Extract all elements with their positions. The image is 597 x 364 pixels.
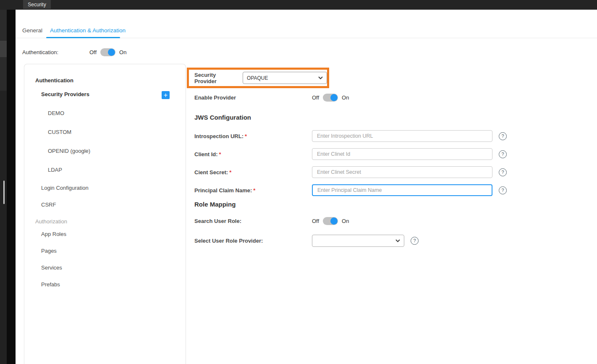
on-label: On: [342, 218, 349, 224]
off-label: Off: [312, 94, 319, 101]
sidebar-item-app-roles[interactable]: App Roles: [41, 231, 66, 237]
client-id-label: Client Id:*: [194, 151, 312, 157]
sidebar-item-provider-ldap[interactable]: LDAP: [48, 167, 62, 173]
introspection-url-input[interactable]: [312, 130, 492, 142]
user-role-provider-select[interactable]: [312, 235, 404, 247]
security-provider-value: OPAQUE: [247, 75, 268, 81]
required-asterisk: *: [245, 133, 247, 139]
rail-segment: [0, 10, 7, 41]
search-user-role-toggle-group: Off On: [312, 217, 349, 225]
top-bar: Security: [0, 0, 597, 10]
introspection-url-row: Introspection URL:* ?: [194, 129, 589, 143]
sidebar-item-prefabs[interactable]: Prefabs: [41, 281, 60, 288]
authentication-toggle[interactable]: [100, 48, 115, 56]
help-icon[interactable]: ?: [499, 132, 507, 140]
plus-icon: +: [164, 92, 168, 99]
principal-claim-name-label: Principal Claim Name:*: [194, 187, 312, 194]
tab-authentication-authorization[interactable]: Authentication & Authorization: [50, 27, 126, 34]
off-label: Off: [89, 49, 97, 55]
security-window-tab-label: Security: [28, 2, 46, 8]
toggle-knob: [108, 49, 115, 56]
select-user-role-provider-row: Select User Role Provider: ?: [194, 233, 589, 248]
sidebar-item-services[interactable]: Services: [41, 264, 62, 271]
sidebar-item-provider-demo[interactable]: DEMO: [48, 110, 64, 116]
sidebar-section-authentication[interactable]: Authentication: [35, 77, 73, 84]
security-settings-screen: Security General Authentication & Author…: [0, 0, 597, 364]
security-window-tab[interactable]: Security: [23, 0, 51, 9]
rail-active-segment: [0, 41, 7, 57]
select-user-role-provider-label: Select User Role Provider:: [194, 238, 312, 244]
client-secret-input[interactable]: [312, 166, 492, 178]
client-secret-label: Cient Secret:*: [194, 169, 312, 175]
help-icon[interactable]: ?: [499, 150, 507, 158]
toggle-knob: [330, 94, 338, 101]
introspection-url-label: Introspection URL:*: [194, 133, 312, 139]
tab-general[interactable]: General: [22, 27, 42, 34]
help-icon[interactable]: ?: [411, 237, 419, 245]
sidebar-item-csrf[interactable]: CSRF: [41, 202, 56, 208]
enable-provider-toggle-group: Off On: [312, 94, 349, 102]
help-icon[interactable]: ?: [499, 168, 507, 176]
on-label: On: [342, 94, 349, 101]
rail-scroll-handle[interactable]: [3, 181, 5, 204]
help-icon[interactable]: ?: [499, 186, 507, 194]
off-label: Off: [312, 218, 319, 224]
jws-configuration-heading: JWS Configuration: [194, 114, 251, 121]
principal-claim-name-input[interactable]: [312, 184, 492, 196]
collapsed-left-nav-rail[interactable]: [0, 0, 7, 364]
active-tab-underline: [46, 37, 120, 38]
settings-tabs: General Authentication & Authorization: [16, 10, 597, 38]
client-id-row: Client Id:* ?: [194, 147, 589, 161]
sidebar-section-authorization: Authorization: [35, 218, 67, 225]
client-id-input[interactable]: [312, 148, 492, 160]
sidebar-item-provider-openid[interactable]: OPENID (google): [48, 148, 90, 154]
search-user-role-toggle[interactable]: [323, 217, 338, 225]
required-asterisk: *: [229, 169, 231, 175]
enable-provider-toggle[interactable]: [323, 94, 338, 102]
chevron-down-icon: [395, 239, 400, 242]
authentication-toggle-group: Off On: [89, 48, 126, 56]
security-provider-label: Security Provider: [194, 72, 238, 84]
tutorial-highlight-box: Security Provider OPAQUE: [187, 68, 329, 88]
sidebar-item-pages[interactable]: Pages: [41, 248, 57, 254]
chevron-down-icon: [318, 76, 323, 79]
on-label: On: [119, 49, 126, 55]
authentication-label: Authentication:: [22, 49, 58, 55]
search-user-role-label: Search User Role:: [194, 218, 312, 224]
sidebar-item-login-configuration[interactable]: Login Configuration: [41, 185, 89, 191]
search-user-role-row: Search User Role: Off On: [194, 214, 589, 228]
client-secret-row: Cient Secret:* ?: [194, 165, 589, 179]
required-asterisk: *: [253, 187, 255, 194]
security-nav-panel: Authentication Security Providers + DEMO…: [24, 64, 186, 364]
sidebar-item-provider-custom[interactable]: CUSTOM: [48, 129, 71, 135]
toggle-knob: [330, 217, 338, 225]
add-provider-button[interactable]: +: [162, 91, 170, 99]
enable-provider-label: Enable Provider: [194, 94, 312, 101]
role-mapping-heading: Role Mapping: [194, 201, 236, 208]
rail-segment: [0, 57, 7, 91]
security-provider-select[interactable]: OPAQUE: [243, 72, 327, 84]
principal-claim-name-row: Principal Claim Name:* ?: [194, 183, 589, 197]
left-gutter: [7, 10, 16, 364]
enable-provider-row: Enable Provider Off On: [194, 90, 589, 105]
required-asterisk: *: [219, 151, 221, 157]
security-content: General Authentication & Authorization A…: [16, 10, 597, 364]
sidebar-item-security-providers[interactable]: Security Providers: [41, 91, 89, 97]
